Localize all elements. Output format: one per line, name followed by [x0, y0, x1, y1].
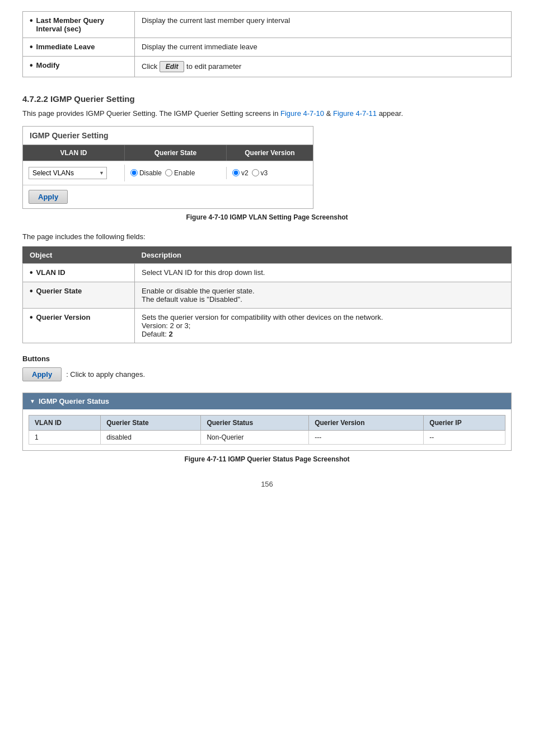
field-qversion-line2: Version: 2 or 3; — [142, 321, 504, 330]
bullet-vlanid: • — [30, 268, 33, 277]
field-qstate-desc: Enable or disable the querier state. The… — [142, 287, 504, 304]
status-qip: -- — [424, 430, 505, 444]
bullet-qstate: • — [30, 287, 33, 296]
status-qstatus: Non-Querier — [201, 430, 309, 444]
igmp-querier-setting-box: IGMP Querier Setting VLAN ID Querier Sta… — [22, 126, 313, 209]
status-vlanid: 1 — [29, 430, 101, 444]
status-header-qstatus: Querier Status — [201, 415, 309, 430]
figure-link-1[interactable]: Figure 4-7-10 — [280, 109, 324, 118]
radio-v2[interactable] — [232, 169, 240, 176]
top-info-table: • Last Member Query Interval (sec) Displ… — [22, 11, 512, 77]
immediate-leave-desc: Display the current immediate leave — [142, 43, 257, 51]
bullet-last-member: • — [30, 16, 33, 25]
apply-button-igmp[interactable]: Apply — [29, 190, 68, 204]
apply-description: : Click to apply changes. — [66, 370, 145, 379]
table-row: • Querier Version Sets the querier versi… — [23, 308, 512, 343]
apply-button-main[interactable]: Apply — [22, 367, 62, 381]
apply-row: Apply — [23, 185, 313, 208]
figure-caption-2: Figure 4-7-11 IGMP Querier Status Page S… — [22, 455, 512, 463]
last-member-desc: Display the current last member query in… — [142, 16, 290, 25]
status-qstate: disabled — [101, 430, 201, 444]
field-qversion-label: Querier Version — [36, 313, 91, 321]
select-vlan-wrapper[interactable]: Select VLANs — [29, 167, 107, 179]
buttons-row: Apply : Click to apply changes. — [22, 367, 512, 381]
fields-table: Object Description • VLAN ID Select VLAN… — [22, 246, 512, 343]
querier-state-cell: Disable Enable — [125, 167, 227, 179]
radio-disable[interactable] — [130, 169, 138, 176]
igmp-data-row: Select VLANs Disable Enable v2 — [23, 161, 313, 185]
modify-desc-suffix: to edit parameter — [186, 62, 241, 71]
radio-enable-label[interactable]: Enable — [165, 169, 195, 177]
querier-version-cell: v2 v3 — [227, 167, 313, 179]
immediate-leave-label: Immediate Leave — [36, 43, 95, 51]
radio-v2-label[interactable]: v2 — [232, 169, 249, 177]
fields-intro: The page includes the following fields: — [22, 232, 512, 241]
page-number: 156 — [22, 480, 512, 488]
edit-button[interactable]: Edit — [160, 61, 185, 72]
status-header-vlanid: VLAN ID — [29, 415, 101, 430]
field-vlanid-desc: Select VLAN ID for this drop down list. — [142, 268, 265, 277]
status-table-wrapper: VLAN ID Querier State Querier Status Que… — [23, 409, 511, 450]
section-description: This page provides IGMP Querier Setting.… — [22, 108, 512, 119]
radio-v3-label[interactable]: v3 — [252, 169, 268, 177]
field-qversion-line3: Default: 2 — [142, 330, 504, 338]
status-box-title-text: IGMP Querier Status — [39, 397, 109, 405]
header-vlan-id: VLAN ID — [23, 145, 125, 161]
status-header-row: VLAN ID Querier State Querier Status Que… — [29, 415, 505, 430]
modify-desc-prefix: Click — [142, 62, 157, 71]
select-vlan-dropdown[interactable]: Select VLANs — [29, 167, 107, 179]
table-row: • VLAN ID Select VLAN ID for this drop d… — [23, 263, 512, 282]
radio-v3[interactable] — [252, 169, 259, 176]
querier-state-radio-group: Disable Enable — [130, 169, 221, 177]
igmp-querier-status-box: ▼ IGMP Querier Status VLAN ID Querier St… — [22, 393, 512, 451]
bullet-immediate: • — [30, 43, 33, 52]
header-querier-state: Querier State — [125, 145, 227, 161]
buttons-section: Buttons Apply : Click to apply changes. — [22, 354, 512, 381]
field-qstate-line2: The default value is "Disabled". — [142, 295, 504, 304]
fields-header-object: Object — [23, 246, 135, 263]
header-querier-version: Querier Version — [227, 145, 313, 161]
field-qversion-line1: Sets the querier version for compatibili… — [142, 313, 504, 321]
status-box-title: ▼ IGMP Querier Status — [23, 393, 511, 409]
bullet-modify: • — [30, 61, 33, 70]
figure-link-2[interactable]: Figure 4-7-11 — [333, 109, 377, 118]
field-vlanid-label: VLAN ID — [36, 268, 65, 277]
figure-caption-1: Figure 4-7-10 IGMP VLAN Setting Page Scr… — [22, 213, 512, 221]
field-qversion-desc: Sets the querier version for compatibili… — [142, 313, 504, 338]
querier-version-radio-group: v2 v3 — [232, 169, 307, 177]
table-row: 1 disabled Non-Querier --- -- — [29, 430, 505, 444]
radio-enable-text: Enable — [174, 169, 195, 177]
buttons-label: Buttons — [22, 354, 512, 363]
last-member-label: Last Member Query Interval (sec) — [36, 16, 128, 33]
fields-header-description: Description — [135, 246, 512, 263]
status-header-qversion: Querier Version — [309, 415, 424, 430]
radio-v3-text: v3 — [261, 169, 268, 177]
vlan-id-cell: Select VLANs — [23, 165, 125, 181]
bullet-qversion: • — [30, 313, 33, 322]
radio-disable-text: Disable — [139, 169, 162, 177]
field-qstate-label: Querier State — [36, 287, 82, 295]
radio-disable-label[interactable]: Disable — [130, 169, 162, 177]
igmp-box-title: IGMP Querier Setting — [23, 127, 313, 145]
status-qversion: --- — [309, 430, 424, 444]
igmp-header-row: VLAN ID Querier State Querier Version — [23, 145, 313, 161]
radio-v2-text: v2 — [241, 169, 249, 177]
table-row: • Querier State Enable or disable the qu… — [23, 282, 512, 308]
status-table: VLAN ID Querier State Querier Status Que… — [29, 415, 505, 445]
section-heading: 4.7.2.2 IGMP Querier Setting — [22, 94, 512, 104]
modify-label: Modify — [36, 61, 60, 69]
radio-enable[interactable] — [165, 169, 172, 176]
field-qstate-line1: Enable or disable the querier state. — [142, 287, 504, 295]
status-toggle-icon[interactable]: ▼ — [30, 398, 35, 404]
field-qversion-default: 2 — [168, 330, 172, 338]
status-header-qip: Querier IP — [424, 415, 505, 430]
status-header-qstate: Querier State — [101, 415, 201, 430]
